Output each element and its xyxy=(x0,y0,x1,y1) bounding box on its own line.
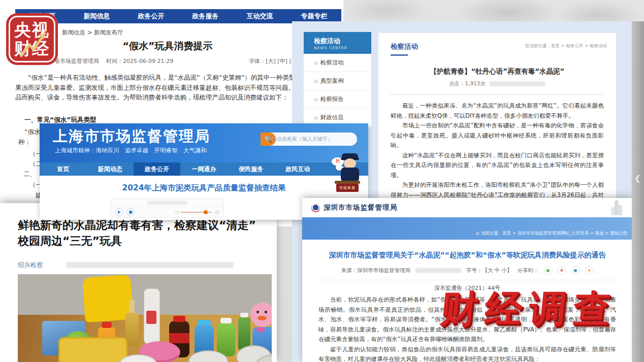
bullet-icon: ◎ xyxy=(314,79,318,84)
blurred-text xyxy=(415,268,461,273)
breadcrumb[interactable]: 您当前位置：首页 > 检务公开 > 检察活动 xyxy=(525,43,607,49)
blurred-text xyxy=(66,262,234,268)
paragraph: 鉴于儿童的认知能力较弱，类似食品的假水玩具很容易造成儿童误食，且该类玩具可能存在… xyxy=(318,345,616,362)
hit-counter: 点击：1,913次 xyxy=(449,80,486,87)
notice-title: 深圳市市场监督管理局关于“水晶泥”“起泡胶”和“假水”等软泥玩具消费风险提示的通… xyxy=(318,251,616,260)
cola-cap xyxy=(173,316,185,322)
gov-emblem-icon xyxy=(311,204,320,212)
volume-high-icon: ◁) xyxy=(214,210,219,215)
qq-share-icon[interactable]: ● xyxy=(571,266,580,275)
share-label: 分享到： xyxy=(518,267,539,274)
bullet-icon: ◎ xyxy=(314,60,318,65)
nav-item-gov-open-active[interactable]: 政务公开 xyxy=(134,162,180,176)
shaoxing-article-card: 鲜艳新奇的水晶泥却有毒有害，检察建议“清走”校园周边“三无”玩具 绍兴检察 xyxy=(0,203,277,362)
sidebar-item-label: 典型案例 xyxy=(320,77,344,85)
article-title: 【护航青春】“牡丹心语”再查有毒“水晶泥” xyxy=(378,67,616,76)
banner: ◎ 当前位置：首页 > 深圳市市场监督管理局网站_公开目录 > 其他 > 通知公… xyxy=(302,217,632,240)
stop-button[interactable]: ■ xyxy=(126,208,135,216)
volume-slider[interactable] xyxy=(180,212,212,213)
mascot-face xyxy=(344,158,356,169)
play-button[interactable]: ▶ xyxy=(115,208,123,216)
article-title: 鲜艳新奇的水晶泥却有毒有害，检察建议“清走”校园周边“三无”玩具 xyxy=(18,217,266,249)
pink-duck-head xyxy=(250,303,272,327)
duck-eye xyxy=(256,311,259,313)
nav-item-home[interactable]: 首页 xyxy=(40,162,86,176)
blurred-text xyxy=(490,81,545,86)
sidebar-list: ◎检察活动 ◎典型案例 ◎检察报告 ◎财政信息 xyxy=(304,54,371,127)
stop-icon: ■ xyxy=(128,210,133,214)
duck-eye xyxy=(265,311,267,313)
search-input[interactable]: 网站信息检索（输入关键字） xyxy=(261,136,333,143)
white-cap xyxy=(220,318,232,323)
nav-item-gov-service[interactable]: 政务服务 xyxy=(192,12,219,21)
text-fragment: 二、 xyxy=(23,170,36,179)
cyan-cap xyxy=(198,320,211,325)
text-fragment: “假水 xyxy=(24,128,40,137)
small-cap xyxy=(240,313,248,317)
shenzhen-window: 深圳市市场监督管理局 ◎ 当前位置：首页 > 深圳市市场监督管理局网站_公开目录… xyxy=(302,198,632,362)
nav-item-interaction[interactable]: 政民互动 xyxy=(274,162,321,176)
breadcrumb[interactable]: ◎ 当前位置：首页 > 深圳市市场监督管理局网站_公开目录 > 其他 > 通知公… xyxy=(476,231,627,237)
nav-item-gov-open[interactable]: 政务公开 xyxy=(138,12,165,21)
site-title: 上海市市场监督管理局 xyxy=(53,126,210,147)
site-slogan: 上海城市精神：海纳百川 追求卓越 开明睿智 大气谦和 xyxy=(55,147,207,154)
nav-item-news[interactable]: 新闻动态 xyxy=(86,162,133,176)
breadcrumb[interactable]: 新闻信息 > 新闻发布厅 xyxy=(62,29,123,37)
search-bar: 网站信息检索（输入关键字） 🔍 xyxy=(261,133,357,146)
sidebar-subtitle: NEWS CENTER xyxy=(314,46,371,50)
green-bottle xyxy=(217,323,235,356)
bottle-sticker xyxy=(146,311,156,324)
divider xyxy=(390,94,605,95)
meta-source: 来源：深圳市市场监督管理局 xyxy=(341,267,410,274)
article-photo xyxy=(18,274,272,362)
sidebar-item-label: 财政信息 xyxy=(320,114,344,121)
sidebar-item-label: 检察报告 xyxy=(320,95,344,103)
play-icon: ▶ xyxy=(118,210,121,214)
notice-meta: 来源：深圳市市场监督管理局 字号：【大 中 小】 分享到： ● ❀ ● ★ xyxy=(318,266,616,275)
font-size-control[interactable]: 字号：【大 中 小】 xyxy=(466,267,512,274)
yellow-tray xyxy=(58,337,127,362)
duck-bow xyxy=(256,327,265,332)
sidebar: 检察活动 NEWS CENTER ◎检察活动 ◎典型案例 ◎检察报告 ◎财政信息 xyxy=(304,32,371,127)
program-watermark: 财经调查 xyxy=(438,284,620,335)
smart-service-badge[interactable]: 智能客服 xyxy=(336,184,359,192)
weibo-share-icon[interactable]: ❀ xyxy=(558,266,566,275)
sidebar-item-activities[interactable]: ◎检察活动 xyxy=(304,54,371,72)
building-watermark-icon xyxy=(608,200,625,216)
cola-label xyxy=(169,333,189,343)
article-source-link[interactable]: 绍兴检察 xyxy=(18,261,43,270)
sidebar-item-reports[interactable]: ◎检察报告 xyxy=(304,90,371,109)
paragraph: 最近，一种类似果冻、名为“水晶泥”的玩具成为新晋“网红”。它们看起来颜色鲜艳，捏… xyxy=(391,101,604,121)
cctv-finance-logo: 央视 财经 xyxy=(6,13,58,65)
nav-item-convenience[interactable]: 便民服务 xyxy=(228,162,274,176)
bullet-icon: ◎ xyxy=(314,115,318,120)
site-title: 深圳市市场监督管理局 xyxy=(324,203,397,212)
panel-title: 检察活动 xyxy=(391,42,418,56)
meta-time: 时间：2025-06-09 21:29 xyxy=(106,57,173,65)
duck-beak xyxy=(257,316,267,320)
red-cap xyxy=(102,322,112,328)
site-header: 深圳市市场监督管理局 xyxy=(302,198,632,217)
nav-item-news[interactable]: 新闻信息 xyxy=(84,12,110,21)
mascot-body xyxy=(341,168,359,182)
sidebar-item-cases[interactable]: ◎典型案例 xyxy=(304,72,371,90)
volume-knob[interactable] xyxy=(204,210,208,214)
divider xyxy=(318,280,616,280)
nav-item-interaction[interactable]: 互动交流 xyxy=(247,12,273,21)
chat-mascot[interactable]: ?! 智能客服 xyxy=(332,152,363,193)
article-meta: 信息来源：广东省市场监督管理局 时间：2025-06-09 21:29 字体：[… xyxy=(15,57,335,65)
paragraph: 市场上一些自制的“水晶泥”配料中含有硼砂，是一种有毒的化学物，若误食会引起中毒，… xyxy=(391,121,604,151)
volume-low-icon: ◁ xyxy=(175,210,178,215)
favorite-share-icon[interactable]: ★ xyxy=(585,266,594,275)
sidebar-title: 检察活动 xyxy=(314,37,371,46)
player-label-blurred xyxy=(147,201,187,205)
nav-item-special[interactable]: 专题专栏 xyxy=(301,12,328,21)
chevron-left-icon[interactable]: ❮ xyxy=(634,174,641,183)
audio-player: ▶ ■ ◁ ◁) xyxy=(111,199,223,218)
sidebar-item-label: 检察活动 xyxy=(320,59,344,67)
sidebar-header: 检察活动 NEWS CENTER xyxy=(304,32,371,54)
nav-item-one-net[interactable]: 一网通办 xyxy=(180,162,227,176)
gold-arrow-icon xyxy=(6,13,58,65)
right-edge-strip: ❮ xyxy=(632,21,644,362)
wechat-share-icon[interactable]: ● xyxy=(544,266,553,275)
